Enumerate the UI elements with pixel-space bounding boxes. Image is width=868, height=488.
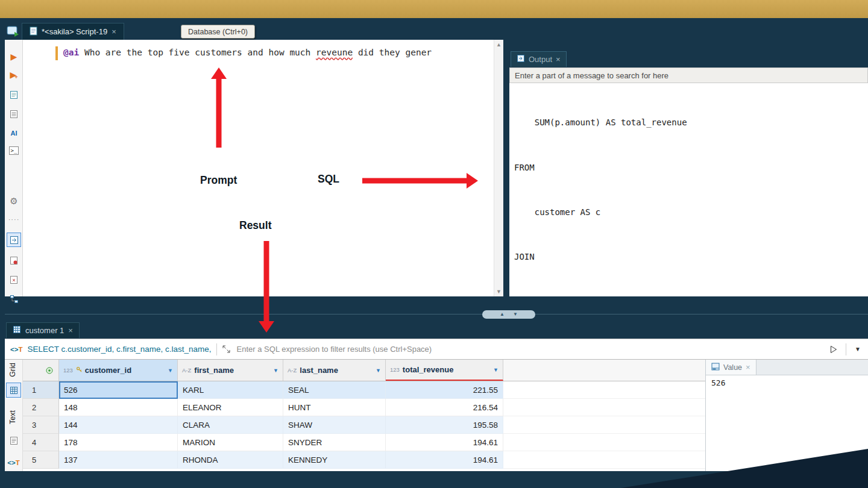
table-row: 1 526 KARL SEAL 221.55 (23, 381, 705, 399)
cell-customer-id[interactable]: 137 (59, 451, 178, 469)
output-icon (10, 236, 19, 245)
output-search-bar (509, 67, 868, 83)
close-icon[interactable]: × (746, 363, 750, 372)
upper-region: ▶ ▶+ AI >_ ⚙ ···· (5, 40, 868, 296)
ai-token: @ai (63, 48, 79, 57)
cell-first-name[interactable]: KARL (178, 381, 283, 399)
more-actions-button[interactable]: ···· (7, 212, 21, 227)
grid-view-button[interactable] (6, 383, 21, 398)
er-diagram-button[interactable] (7, 292, 21, 306)
slide-canvas: *<sakila> Script-19 × Database (Ctrl+0) … (0, 0, 868, 488)
collapse-down-icon[interactable]: ▼ (513, 312, 518, 317)
cell-first-name[interactable]: MARION (178, 434, 283, 451)
cell-last-name[interactable]: SEAL (283, 381, 386, 399)
cell-first-name[interactable]: ELEANOR (178, 399, 283, 416)
column-header-total-revenue[interactable]: 123 total_revenue ▼ (386, 360, 503, 381)
misspelled-word: reveune (316, 48, 353, 57)
prompt-text-tail: did they gener (353, 48, 432, 57)
column-filter-icon[interactable]: ▼ (489, 367, 498, 373)
editor-left-toolbar: ▶ ▶+ AI >_ ⚙ ···· (5, 40, 23, 296)
script-icon (10, 90, 18, 99)
cell-first-name[interactable]: RHONDA (178, 451, 283, 469)
text-view-button[interactable] (6, 433, 21, 448)
column-header-last-name[interactable]: A-Z last_name ▼ (283, 360, 386, 381)
filter-history-dropdown-icon[interactable]: ▼ (855, 346, 861, 352)
cell-last-name[interactable]: SNYDER (283, 434, 386, 451)
cell-total-revenue[interactable]: 194.61 (386, 451, 503, 469)
tab-value[interactable]: Value × (706, 360, 756, 375)
ai-assistant-button[interactable]: AI (7, 126, 21, 140)
close-script-button[interactable] (7, 272, 21, 287)
settings-button[interactable]: ⚙ (7, 194, 21, 208)
sql-console-button[interactable]: >_ (7, 143, 21, 158)
doc-x-icon (10, 275, 18, 284)
cell-customer-id[interactable]: 144 (59, 416, 178, 434)
app-icon (7, 25, 20, 37)
cell-customer-id[interactable]: 148 (59, 399, 178, 416)
column-header-customer-id[interactable]: 123 customer_id ▼ (59, 360, 178, 381)
tab-sql-script[interactable]: *<sakila> Script-19 × (22, 23, 124, 40)
cell-customer-id[interactable]: 526 (59, 381, 178, 399)
cell-first-name[interactable]: CLARA (178, 416, 283, 434)
script-list-icon (10, 110, 18, 119)
extra-view-button[interactable]: <>T (6, 455, 21, 470)
header-filler (503, 360, 705, 381)
row-number[interactable]: 1 (23, 381, 59, 399)
column-filter-icon[interactable]: ▼ (164, 368, 173, 374)
scroll-down-icon[interactable]: ▼ (496, 289, 502, 295)
column-header-first-name[interactable]: A-Z first_name ▼ (178, 360, 283, 381)
row-number[interactable]: 2 (23, 399, 59, 416)
close-icon[interactable]: × (68, 326, 73, 335)
cell-total-revenue[interactable]: 216.54 (386, 399, 503, 416)
output-search-input[interactable] (510, 71, 867, 80)
cell-total-revenue[interactable]: 195.58 (386, 416, 503, 434)
column-type-label: 123 (390, 366, 400, 373)
splitter-line[interactable] (5, 314, 868, 314)
editor-tab-bar: *<sakila> Script-19 × Database (Ctrl+0) (5, 23, 868, 40)
filter-expression-input[interactable] (236, 344, 827, 354)
execute-script-button[interactable] (7, 87, 21, 102)
cell-total-revenue[interactable]: 194.61 (386, 434, 503, 451)
doc-error-icon (10, 256, 18, 265)
cell-last-name[interactable]: KENNEDY (283, 451, 386, 469)
tab-text-view[interactable]: Text (8, 410, 17, 424)
tab-output[interactable]: Output × (511, 51, 567, 67)
cell-last-name[interactable]: HUNT (283, 399, 386, 416)
database-button[interactable]: Database (Ctrl+0) (181, 25, 255, 39)
row-number[interactable]: 3 (23, 416, 59, 434)
column-filter-icon[interactable]: ▼ (269, 368, 278, 374)
column-name: total_revenue (403, 365, 454, 374)
diagram-icon (10, 295, 19, 304)
close-icon[interactable]: × (556, 55, 561, 64)
output-tab-icon (517, 54, 525, 64)
terminal-icon: >_ (9, 146, 19, 155)
output-panel: Output × SUM(p.amount) AS total_revenue … (509, 51, 868, 296)
collapse-up-icon[interactable]: ▲ (500, 312, 505, 317)
row-number[interactable]: 4 (23, 434, 59, 451)
tab-customer-result[interactable]: customer 1 × (6, 322, 80, 338)
cell-last-name[interactable]: SHAW (283, 416, 386, 434)
cell-customer-id[interactable]: 178 (59, 434, 178, 451)
row-selector-header[interactable] (23, 360, 59, 381)
editor-scrollbar[interactable]: ▲ ▼ (494, 40, 503, 296)
error-log-button[interactable] (7, 253, 21, 267)
execute-new-tab-button[interactable]: ▶+ (7, 67, 21, 82)
execute-statement-button[interactable]: ▶ (7, 49, 21, 64)
value-tab-label: Value (723, 363, 742, 372)
row-number[interactable]: 5 (23, 451, 59, 469)
apply-filter-icon[interactable] (830, 345, 837, 354)
cell-total-revenue[interactable]: 221.55 (386, 381, 503, 399)
sql-arrow (362, 173, 478, 189)
tab-grid-view[interactable]: Grid (8, 363, 17, 377)
scroll-up-icon[interactable]: ▲ (496, 42, 502, 48)
close-icon[interactable]: × (112, 27, 116, 36)
gold-top-bar (0, 0, 868, 18)
ai-icon: AI (11, 130, 17, 137)
show-output-button[interactable] (7, 233, 21, 247)
column-filter-icon[interactable]: ▼ (372, 368, 381, 374)
expand-icon[interactable] (222, 345, 231, 354)
output-tab-label: Output (529, 55, 552, 64)
script-statistics-button[interactable] (7, 107, 21, 121)
splitter-handle[interactable]: ▲ ▼ (482, 310, 535, 319)
sql-filter-icon[interactable]: <>T (10, 346, 22, 353)
